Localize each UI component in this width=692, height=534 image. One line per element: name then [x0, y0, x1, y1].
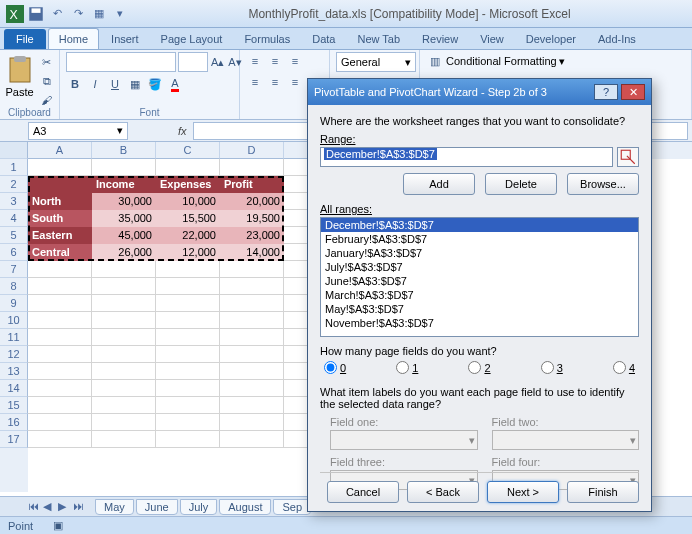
save-icon[interactable] — [27, 5, 45, 23]
bold-icon[interactable]: B — [66, 75, 84, 93]
row-header[interactable]: 7 — [0, 261, 28, 278]
range-input[interactable]: December!$A$3:$D$7 — [320, 147, 613, 167]
sheet-tab[interactable]: July — [180, 499, 218, 515]
row-header[interactable]: 3 — [0, 193, 28, 210]
row-header[interactable]: 14 — [0, 380, 28, 397]
radio-3[interactable]: 3 — [541, 361, 563, 374]
italic-icon[interactable]: I — [86, 75, 104, 93]
number-format-select[interactable]: General▾ — [336, 52, 416, 72]
row-header[interactable]: 6 — [0, 244, 28, 261]
select-all[interactable] — [0, 142, 28, 159]
cond-fmt-label[interactable]: Conditional Formatting — [446, 55, 557, 67]
align-bot-icon[interactable]: ≡ — [286, 52, 304, 70]
list-item[interactable]: December!$A$3:$D$7 — [321, 218, 638, 232]
cancel-button[interactable]: Cancel — [327, 481, 399, 503]
sheet-tab[interactable]: Sep — [273, 499, 311, 515]
undo-icon[interactable]: ↶ — [48, 5, 66, 23]
tab-formulas[interactable]: Formulas — [234, 29, 300, 49]
last-sheet-icon[interactable]: ⏭ — [73, 500, 87, 514]
row-header[interactable]: 9 — [0, 295, 28, 312]
tab-page-layout[interactable]: Page Layout — [151, 29, 233, 49]
dialog-title-bar[interactable]: PivotTable and PivotChart Wizard - Step … — [308, 79, 651, 105]
next-button[interactable]: Next > — [487, 481, 559, 503]
sheet-tab[interactable]: August — [219, 499, 271, 515]
font-color-icon[interactable]: A — [166, 75, 184, 93]
font-size-input[interactable] — [178, 52, 208, 72]
list-item[interactable]: May!$A$3:$D$7 — [321, 302, 638, 316]
back-button[interactable]: < Back — [407, 481, 479, 503]
delete-button[interactable]: Delete — [485, 173, 557, 195]
row-header[interactable]: 4 — [0, 210, 28, 227]
next-sheet-icon[interactable]: ▶ — [58, 500, 72, 514]
list-item[interactable]: November!$A$3:$D$7 — [321, 316, 638, 330]
tab-home[interactable]: Home — [48, 28, 99, 49]
align-mid-icon[interactable]: ≡ — [266, 52, 284, 70]
cond-fmt-icon[interactable]: ▥ — [426, 52, 444, 70]
col-header[interactable]: A — [28, 142, 92, 159]
range-picker-icon[interactable] — [617, 147, 639, 167]
underline-icon[interactable]: U — [106, 75, 124, 93]
cut-icon[interactable]: ✂ — [38, 53, 56, 71]
border-icon[interactable]: ▦ — [126, 75, 144, 93]
chevron-down-icon[interactable]: ▾ — [559, 55, 565, 68]
font-name-input[interactable] — [66, 52, 176, 72]
tab-new[interactable]: New Tab — [347, 29, 410, 49]
row-header[interactable]: 1 — [0, 159, 28, 176]
tab-review[interactable]: Review — [412, 29, 468, 49]
tab-data[interactable]: Data — [302, 29, 345, 49]
row-header[interactable]: 16 — [0, 414, 28, 431]
fx-icon[interactable]: fx — [178, 125, 187, 137]
add-button[interactable]: Add — [403, 173, 475, 195]
finish-button[interactable]: Finish — [567, 481, 639, 503]
chevron-down-icon: ▾ — [117, 124, 123, 137]
help-button[interactable]: ? — [594, 84, 618, 100]
row-header[interactable]: 15 — [0, 397, 28, 414]
col-header[interactable]: B — [92, 142, 156, 159]
col-header[interactable]: C — [156, 142, 220, 159]
ranges-listbox[interactable]: December!$A$3:$D$7 February!$A$3:$D$7 Ja… — [320, 217, 639, 337]
close-button[interactable]: ✕ — [621, 84, 645, 100]
list-item[interactable]: June!$A$3:$D$7 — [321, 274, 638, 288]
tab-view[interactable]: View — [470, 29, 514, 49]
first-sheet-icon[interactable]: ⏮ — [28, 500, 42, 514]
tab-insert[interactable]: Insert — [101, 29, 149, 49]
prev-sheet-icon[interactable]: ◀ — [43, 500, 57, 514]
redo-icon[interactable]: ↷ — [69, 5, 87, 23]
qat-dropdown-icon[interactable]: ▾ — [111, 5, 129, 23]
tab-developer[interactable]: Developer — [516, 29, 586, 49]
radio-0[interactable]: 0 — [324, 361, 346, 374]
row-header[interactable]: 17 — [0, 431, 28, 448]
list-item[interactable]: July!$A$3:$D$7 — [321, 260, 638, 274]
paste-icon[interactable] — [4, 54, 36, 86]
align-center-icon[interactable]: ≡ — [266, 73, 284, 91]
fill-color-icon[interactable]: 🪣 — [146, 75, 164, 93]
list-item[interactable]: January!$A$3:$D$7 — [321, 246, 638, 260]
radio-1[interactable]: 1 — [396, 361, 418, 374]
radio-4[interactable]: 4 — [613, 361, 635, 374]
col-header[interactable]: D — [220, 142, 284, 159]
sheet-tab[interactable]: June — [136, 499, 178, 515]
row-header[interactable]: 13 — [0, 363, 28, 380]
align-left-icon[interactable]: ≡ — [246, 73, 264, 91]
browse-button[interactable]: Browse... — [567, 173, 639, 195]
tab-addins[interactable]: Add-Ins — [588, 29, 646, 49]
name-box[interactable]: A3▾ — [28, 122, 128, 140]
row-header[interactable]: 8 — [0, 278, 28, 295]
list-item[interactable]: February!$A$3:$D$7 — [321, 232, 638, 246]
grow-font-icon[interactable]: A▴ — [210, 53, 225, 71]
list-item[interactable]: March!$A$3:$D$7 — [321, 288, 638, 302]
row-header[interactable]: 11 — [0, 329, 28, 346]
radio-2[interactable]: 2 — [468, 361, 490, 374]
sheet-tab[interactable]: May — [95, 499, 134, 515]
tab-file[interactable]: File — [4, 29, 46, 49]
macro-record-icon[interactable]: ▣ — [53, 519, 63, 532]
paste-label[interactable]: Paste — [4, 86, 36, 98]
copy-icon[interactable]: ⧉ — [38, 72, 56, 90]
align-top-icon[interactable]: ≡ — [246, 52, 264, 70]
row-header[interactable]: 10 — [0, 312, 28, 329]
qat-item-icon[interactable]: ▦ — [90, 5, 108, 23]
row-header[interactable]: 5 — [0, 227, 28, 244]
row-header[interactable]: 12 — [0, 346, 28, 363]
row-header[interactable]: 2 — [0, 176, 28, 193]
align-right-icon[interactable]: ≡ — [286, 73, 304, 91]
